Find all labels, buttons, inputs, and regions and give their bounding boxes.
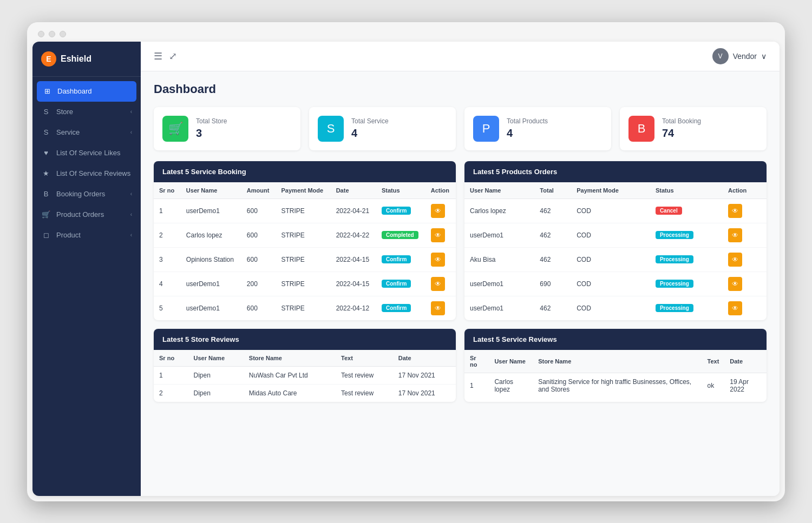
- table-row: userDemo1 462 COD Processing 👁: [464, 223, 767, 247]
- booking-stat-info: Total Booking 74: [662, 117, 701, 140]
- maximize-button[interactable]: [60, 31, 66, 37]
- sidebar-item-list-service-reviews[interactable]: ★ List Of Service Reviews: [32, 163, 141, 184]
- cell-date-sr: 17 Nov 2021: [393, 384, 456, 402]
- table-row: 1 Dipen NuWash Car Pvt Ltd Test review 1…: [154, 366, 456, 384]
- cell-status: Completed: [376, 223, 425, 247]
- cell-action-po: 👁: [723, 223, 767, 247]
- col-payment-mode: Payment Mode: [276, 182, 331, 199]
- cell-user-svr: Carlos lopez: [489, 373, 533, 398]
- col-amount: Amount: [241, 182, 276, 199]
- close-button[interactable]: [38, 31, 44, 37]
- cell-status: Confirm: [376, 198, 425, 223]
- stats-row: 🛒 Total Store 3 S Total Service 4: [154, 107, 767, 150]
- box-icon: ◻: [41, 230, 51, 240]
- sidebar-label-store: Store: [56, 108, 73, 116]
- status-badge: Confirm: [382, 280, 411, 288]
- status-badge: Confirm: [382, 207, 411, 215]
- view-action-button[interactable]: 👁: [431, 228, 445, 242]
- cell-status: Confirm: [376, 247, 425, 272]
- cell-user-sr: Dipen: [188, 384, 244, 402]
- view-action-button[interactable]: 👁: [431, 253, 445, 267]
- heart-icon: ♥: [41, 148, 51, 158]
- sidebar-label-list-service-reviews: List Of Service Reviews: [56, 169, 130, 177]
- sidebar-item-product-orders[interactable]: 🛒 Product Orders ‹: [32, 204, 141, 225]
- cell-payment-po: COD: [571, 247, 650, 272]
- view-action-button-po[interactable]: 👁: [728, 204, 742, 218]
- dashboard-icon: ⊞: [42, 87, 52, 96]
- vendor-label: Vendor: [733, 52, 757, 61]
- col-user-svr: User Name: [489, 350, 533, 373]
- store-stat-icon: 🛒: [162, 116, 188, 142]
- sidebar-item-product[interactable]: ◻ Product ‹: [32, 225, 141, 246]
- cell-amount: 600: [241, 198, 276, 223]
- cell-status-po: Processing: [650, 247, 723, 272]
- view-action-button[interactable]: 👁: [431, 277, 445, 291]
- sidebar-item-store[interactable]: S Store ‹: [32, 102, 141, 122]
- cell-total-po: 462: [534, 198, 571, 223]
- cell-text-sr: Test review: [336, 366, 393, 384]
- sidebar-item-service[interactable]: S Service ‹: [32, 122, 141, 143]
- view-action-button-po[interactable]: 👁: [728, 228, 742, 242]
- cart-icon: 🛒: [41, 210, 51, 220]
- menu-icon[interactable]: ☰: [154, 50, 162, 62]
- view-action-button[interactable]: 👁: [431, 301, 445, 315]
- sidebar-item-booking-orders[interactable]: B Booking Orders ‹: [32, 184, 141, 204]
- minimize-button[interactable]: [49, 31, 55, 37]
- products-stat-info: Total Products 4: [507, 117, 548, 140]
- view-action-button-po[interactable]: 👁: [728, 253, 742, 267]
- col-date-sr: Date: [393, 350, 456, 367]
- view-action-button-po[interactable]: 👁: [728, 301, 742, 315]
- cell-amount: 200: [241, 272, 276, 296]
- col-sr-sr: Sr no: [154, 350, 188, 367]
- col-date-svr: Date: [724, 350, 767, 373]
- stat-card-total-products: P Total Products 4: [464, 107, 611, 150]
- chevron-right-icon-service: ‹: [130, 129, 132, 135]
- col-user-name-po: User Name: [464, 182, 534, 199]
- service-stat-icon: S: [318, 116, 344, 142]
- cell-user-po: userDemo1: [464, 223, 534, 247]
- cell-sr-sr: 1: [154, 366, 188, 384]
- cell-user-po: Carlos lopez: [464, 198, 534, 223]
- cell-user: userDemo1: [181, 272, 241, 296]
- status-badge: Confirm: [382, 255, 411, 263]
- products-stat-value: 4: [507, 127, 548, 140]
- view-action-button-po[interactable]: 👁: [728, 277, 742, 291]
- cell-total-po: 462: [534, 223, 571, 247]
- topbar-left: ☰ ⤢: [154, 50, 177, 62]
- cell-status-po: Processing: [650, 223, 723, 247]
- table-row: Carlos lopez 462 COD Cancel 👁: [464, 198, 767, 223]
- vendor-menu-button[interactable]: V Vendor ∨: [712, 48, 767, 64]
- cell-sr: 4: [154, 272, 181, 296]
- store-reviews-section: Latest 5 Store Reviews Sr no User Name S…: [154, 329, 456, 402]
- service-booking-section: Latest 5 Service Booking Sr no User Name…: [154, 161, 456, 320]
- table-row: 2 Carlos lopez 600 STRIPE 2022-04-22 Com…: [154, 223, 456, 247]
- sidebar-label-service: Service: [56, 128, 80, 136]
- sidebar-label-product-orders: Product Orders: [56, 210, 104, 219]
- cell-sr: 3: [154, 247, 181, 272]
- cell-text-svr: ok: [702, 373, 725, 398]
- cell-store-svr: Sanitizing Service for high traffic Busi…: [533, 373, 702, 398]
- sidebar-label-dashboard: Dashboard: [57, 87, 92, 95]
- sidebar-item-list-service-likes[interactable]: ♥ List Of Service Likes: [32, 143, 141, 163]
- expand-icon[interactable]: ⤢: [169, 50, 177, 62]
- cell-date: 2022-04-21: [331, 198, 376, 223]
- status-badge: Cancel: [656, 207, 682, 215]
- chevron-right-icon-booking: ‹: [130, 191, 132, 197]
- cell-status-po: Processing: [650, 296, 723, 320]
- chevron-right-icon-products: ‹: [130, 211, 132, 217]
- col-text-svr: Text: [702, 350, 725, 373]
- view-action-button[interactable]: 👁: [431, 204, 445, 218]
- products-stat-icon: P: [473, 116, 499, 142]
- sidebar-item-dashboard[interactable]: ⊞ Dashboard: [37, 81, 136, 102]
- status-badge: Processing: [656, 280, 693, 288]
- col-status-po: Status: [650, 182, 723, 199]
- booking-stat-label: Total Booking: [662, 117, 701, 125]
- store-stat-value: 3: [196, 127, 227, 140]
- service-reviews-table: Sr no User Name Store Name Text Date 1 C…: [464, 350, 767, 398]
- table-row: 5 userDemo1 600 STRIPE 2022-04-12 Confir…: [154, 296, 456, 320]
- main-content: ☰ ⤢ V Vendor ∨ Dashboard 🛒: [141, 42, 780, 496]
- service-stat-info: Total Service 4: [351, 117, 389, 140]
- cell-action: 👁: [425, 198, 456, 223]
- cell-action-po: 👁: [723, 272, 767, 296]
- page-content: Dashboard 🛒 Total Store 3 S: [141, 71, 780, 421]
